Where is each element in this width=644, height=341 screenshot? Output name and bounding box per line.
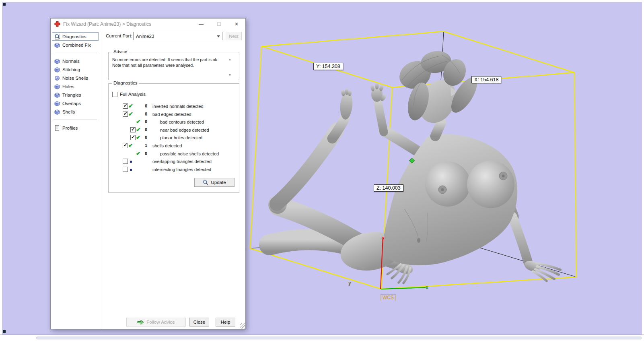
sidebar-item-shells[interactable]: Shells bbox=[52, 107, 99, 116]
diagnostic-row: 0 planar holes detected bbox=[109, 134, 239, 142]
row-label: planar holes detected bbox=[160, 135, 202, 140]
sidebar-separator bbox=[53, 53, 97, 53]
sidebar-item-label: Stitching bbox=[62, 67, 80, 72]
pending-dot-icon bbox=[130, 161, 132, 163]
sidebar-item-profiles[interactable]: Profiles bbox=[52, 124, 99, 132]
close-button[interactable]: ✕ bbox=[228, 19, 245, 29]
next-button[interactable]: Next bbox=[226, 32, 242, 40]
status-strip bbox=[0, 335, 644, 341]
axis-letter-x: x bbox=[426, 285, 428, 290]
cube-icon bbox=[54, 100, 60, 107]
diagnostic-row: 0 bad contours detected bbox=[109, 118, 239, 126]
help-button[interactable]: Help bbox=[216, 318, 235, 327]
minimize-button[interactable]: — bbox=[192, 19, 210, 29]
current-part-label: Current Part: bbox=[106, 33, 132, 38]
dim-label-x: X: 154.618 bbox=[471, 76, 501, 83]
dim-label-y: Y: 154.308 bbox=[313, 63, 343, 70]
error-count: 0 bbox=[143, 135, 149, 140]
sidebar-item-label: Profiles bbox=[62, 126, 78, 130]
dim-label-z: Z: 140.003 bbox=[374, 184, 403, 192]
error-count: 1 bbox=[143, 143, 149, 148]
full-analysis-checkbox[interactable] bbox=[112, 92, 117, 97]
diagnostics-rows: 0 inverted normals detected 0 bad edges … bbox=[109, 102, 239, 173]
pending-dot-icon bbox=[130, 169, 132, 171]
sidebar-item-overlaps[interactable]: Overlaps bbox=[52, 99, 99, 107]
update-button[interactable]: Update bbox=[194, 178, 235, 187]
magnifier-page-icon bbox=[54, 33, 60, 40]
row-checkbox[interactable] bbox=[123, 167, 128, 172]
error-count: 0 bbox=[143, 112, 149, 116]
advice-title: Advice bbox=[112, 49, 129, 54]
sidebar-item-label: Noise Shells bbox=[62, 76, 88, 81]
ok-check-icon bbox=[136, 150, 141, 157]
screen: { "window": { "title": "Fix Wizard (Part… bbox=[0, 0, 644, 341]
viewport-corner-marker-top bbox=[3, 3, 6, 6]
wizard-main-panel: Current Part: Anime23 Next Advice No mor… bbox=[101, 29, 245, 329]
model-anime23[interactable] bbox=[268, 49, 560, 283]
maximize-button[interactable] bbox=[210, 19, 228, 29]
cube-icon bbox=[54, 92, 60, 98]
advice-scrollbar[interactable]: ▲ ▼ bbox=[228, 57, 232, 77]
row-checkbox[interactable] bbox=[123, 103, 128, 109]
magnifier-icon bbox=[203, 180, 208, 185]
current-part-select[interactable]: Anime23 bbox=[133, 32, 222, 40]
diagnostics-title: Diagnostics bbox=[112, 81, 139, 85]
row-checkbox[interactable] bbox=[123, 159, 128, 164]
advice-text-line: No more errors are detected. It seems th… bbox=[112, 57, 218, 62]
chevron-down-icon bbox=[217, 35, 220, 37]
sidebar-item-holes[interactable]: Holes bbox=[52, 82, 99, 91]
fix-wizard-dialog: Fix Wizard (Part: Anime23) > Diagnostics… bbox=[50, 18, 246, 329]
cube-icon bbox=[54, 58, 60, 64]
follow-advice-button[interactable]: Follow Advice bbox=[126, 318, 186, 327]
green-arrow-icon bbox=[137, 320, 144, 325]
sidebar-item-label: Combined Fix bbox=[62, 43, 91, 48]
viewport-corner-marker-bottom bbox=[3, 330, 6, 333]
close-dialog-button[interactable]: Close bbox=[189, 318, 209, 327]
sidebar-separator bbox=[53, 120, 97, 120]
wizard-sidebar: Diagnostics Combined Fix Normals Stitchi… bbox=[51, 29, 100, 329]
window-title: Fix Wizard (Part: Anime23) > Diagnostics bbox=[63, 21, 151, 27]
row-label: overlapping triangles detected bbox=[152, 159, 212, 164]
row-checkbox[interactable] bbox=[130, 135, 136, 140]
row-checkbox[interactable] bbox=[123, 112, 128, 117]
fix-wizard-icon bbox=[54, 21, 60, 27]
sidebar-item-diagnostics[interactable]: Diagnostics bbox=[52, 32, 99, 41]
sidebar-item-label: Shells bbox=[62, 110, 75, 114]
advice-groupbox: Advice No more errors are detected. It s… bbox=[108, 52, 239, 80]
axis-letter-z: z bbox=[382, 236, 385, 242]
sidebar-item-noise-shells[interactable]: Noise Shells bbox=[52, 74, 99, 82]
error-count: 0 bbox=[143, 119, 149, 124]
sidebar-item-triangles[interactable]: Triangles bbox=[52, 91, 99, 99]
ok-check-icon bbox=[128, 103, 133, 110]
sidebar-item-label: Triangles bbox=[62, 93, 81, 97]
cube-icon bbox=[54, 109, 60, 115]
row-label: shells detected bbox=[152, 143, 182, 148]
sidebar-item-combined-fix[interactable]: Combined Fix bbox=[52, 41, 99, 49]
update-button-label: Update bbox=[211, 180, 226, 185]
wcs-label: WCS bbox=[381, 294, 396, 301]
dialog-titlebar[interactable]: Fix Wizard (Part: Anime23) > Diagnostics… bbox=[51, 19, 245, 29]
resize-grip[interactable] bbox=[240, 323, 245, 329]
current-part-value: Anime23 bbox=[136, 34, 154, 39]
horizontal-scrollbar[interactable] bbox=[36, 337, 642, 339]
sidebar-item-label: Holes bbox=[62, 84, 74, 89]
ok-check-icon bbox=[136, 126, 141, 133]
sidebar-item-normals[interactable]: Normals bbox=[52, 57, 99, 65]
row-checkbox[interactable] bbox=[130, 127, 136, 132]
diagnostics-groupbox: Diagnostics Full Analysis 0 inverted nor… bbox=[108, 83, 239, 193]
cube-icon bbox=[54, 42, 60, 48]
row-label: bad contours detected bbox=[160, 120, 204, 124]
row-checkbox[interactable] bbox=[123, 143, 128, 148]
sidebar-item-label: Diagnostics bbox=[62, 34, 86, 39]
diagnostic-row: overlapping triangles detected bbox=[109, 157, 239, 165]
row-label: inverted normals detected bbox=[152, 104, 204, 109]
help-button-label: Help bbox=[221, 320, 230, 324]
diagnostic-row: 1 shells detected bbox=[109, 142, 239, 150]
ok-check-icon bbox=[136, 134, 141, 141]
scroll-up-arrow[interactable]: ▲ bbox=[228, 57, 232, 62]
scroll-down-arrow[interactable]: ▼ bbox=[228, 73, 232, 77]
row-label: possible noise shells detected bbox=[160, 151, 219, 156]
sidebar-item-stitching[interactable]: Stitching bbox=[52, 65, 99, 74]
maximize-icon bbox=[217, 22, 221, 26]
diagnostic-row: 0 inverted normals detected bbox=[109, 102, 239, 110]
